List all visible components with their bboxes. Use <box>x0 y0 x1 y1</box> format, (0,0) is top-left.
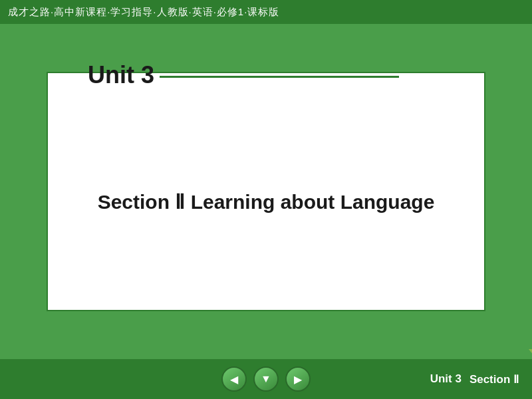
top-bar: 成才之路·高中新课程·学习指导·人教版·英语·必修1·课标版 <box>0 0 532 24</box>
next-button[interactable]: ▶ <box>285 366 311 392</box>
bottom-section-label: Section Ⅱ <box>469 372 519 386</box>
unit-title-underline <box>160 76 399 78</box>
home-icon: ▼ <box>261 373 271 385</box>
next-icon: ▶ <box>294 373 302 386</box>
bottom-labels: Unit 3 Section Ⅱ <box>430 372 519 386</box>
bottom-unit-label: Unit 3 <box>430 372 462 386</box>
prev-button[interactable]: ◀ <box>221 366 247 392</box>
left-chevrons-icon <box>0 17 13 64</box>
section-title: Section Ⅱ Learning about Language <box>98 190 435 213</box>
nav-buttons: ◀ ▼ ▶ <box>221 366 311 392</box>
content-box: Unit 3 Section Ⅱ Learning about Language <box>47 72 485 311</box>
main-area: Unit 3 Section Ⅱ Learning about Language <box>0 24 532 359</box>
home-button[interactable]: ▼ <box>253 366 279 392</box>
bottom-bar: ◀ ▼ ▶ Unit 3 Section Ⅱ <box>0 359 532 399</box>
top-bar-title: 成才之路·高中新课程·学习指导·人教版·英语·必修1·课标版 <box>8 6 279 19</box>
prev-icon: ◀ <box>230 373 238 386</box>
unit-title: Unit 3 <box>88 61 154 89</box>
